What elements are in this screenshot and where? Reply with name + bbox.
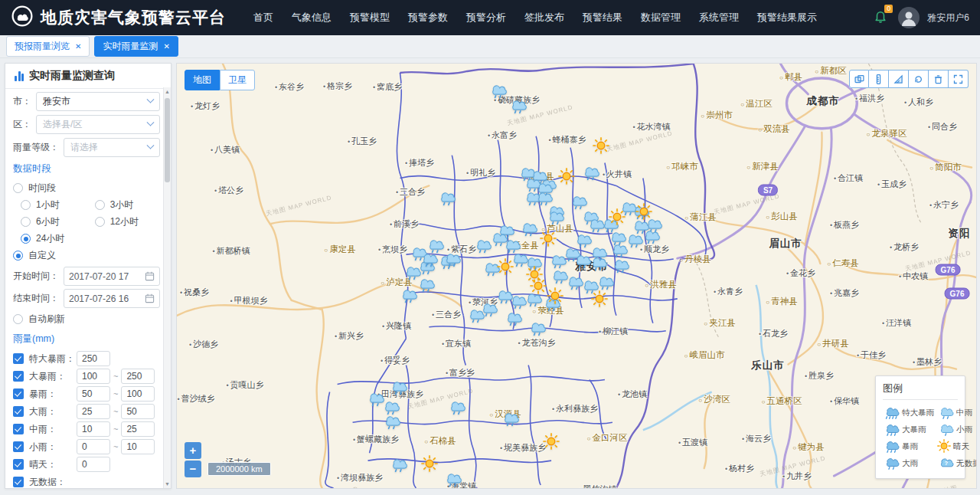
district-label: 区： (13, 118, 31, 131)
menu-item-预警参数[interactable]: 预警参数 (400, 6, 456, 29)
menu-item-预警结果[interactable]: 预警结果 (575, 6, 630, 29)
scroll-down-arrow[interactable]: ▼ (164, 481, 171, 487)
legend-title: 图例 (883, 382, 958, 400)
threshold-input-max[interactable]: 25 (121, 421, 155, 437)
radio-label: 3小时 (110, 198, 134, 211)
draw-polygon-icon[interactable] (849, 70, 869, 88)
menu-item-预警结果展示[interactable]: 预警结果展示 (750, 6, 825, 29)
nodata-icon: ? (937, 456, 954, 471)
menu-item-数据管理[interactable]: 数据管理 (633, 6, 688, 29)
city-select[interactable]: 雅安市 (36, 92, 160, 111)
map-type-toggle: 地图卫星 (185, 70, 255, 90)
legend-item-label: 暴雨 (902, 441, 918, 452)
tab-label: 实时雨量监测 (103, 40, 158, 53)
panel-scrollbar[interactable]: ▲ ▼ (163, 87, 171, 488)
scrollbar-thumb[interactable] (165, 98, 170, 182)
threshold-input-min[interactable]: 0 (77, 439, 110, 454)
threshold-input-min[interactable]: 100 (77, 369, 110, 384)
checkbox-特大暴雨[interactable] (13, 353, 24, 364)
radio-label: 自定义 (28, 249, 56, 262)
zoom-out-button[interactable]: − (185, 461, 201, 477)
city-select-value: 雅安市 (43, 95, 70, 108)
zoom-in-button[interactable]: + (185, 442, 201, 459)
checkbox-大暴雨[interactable] (13, 371, 24, 382)
legend-item-暴雨: 暴雨 (883, 438, 934, 455)
checkbox-晴天[interactable] (13, 459, 24, 470)
radio-自动刷新[interactable] (13, 314, 23, 324)
rain-row-label: 中雨： (29, 423, 77, 436)
threshold-input-min[interactable]: 250 (77, 351, 110, 366)
road-badge-S7: S7 (758, 185, 778, 196)
avatar[interactable] (898, 7, 920, 28)
menu-item-首页[interactable]: 首页 (246, 6, 281, 29)
rain-level-select[interactable]: 请选择 (64, 138, 160, 157)
threshold-input-min[interactable]: 50 (77, 386, 110, 402)
radio-自定义[interactable] (13, 251, 23, 261)
checkbox-无数据[interactable] (13, 477, 24, 487)
legend-item-label: 晴天 (953, 441, 969, 452)
legend-item-无数据: ?无数据 (937, 455, 977, 472)
end-time-input[interactable]: 2017-07-26 16 (64, 289, 160, 308)
threshold-input-max[interactable]: 100 (121, 386, 155, 402)
fullscreen-icon[interactable] (949, 70, 969, 88)
threshold-input-max[interactable]: 10 (121, 439, 155, 454)
rain-threshold-rows: 特大暴雨：250大暴雨：100~250暴雨：50~100大雨：25~50中雨：1… (13, 350, 160, 488)
legend-item-大暴雨: 大暴雨 (883, 421, 934, 438)
start-time-input[interactable]: 2017-07-20 17 (64, 267, 160, 286)
notifications-button[interactable]: 0 (871, 8, 890, 28)
radio-24小时[interactable] (21, 234, 31, 244)
menu-item-预警模型[interactable]: 预警模型 (342, 6, 397, 29)
menu-item-系统管理[interactable]: 系统管理 (691, 6, 746, 29)
road-badge-G76: G76 (945, 288, 970, 300)
tab-close-icon[interactable]: ✕ (75, 42, 81, 51)
radio-时间段[interactable] (13, 183, 23, 193)
map-type-卫星[interactable]: 卫星 (220, 70, 255, 90)
radio-1小时[interactable] (21, 200, 31, 210)
threshold-input-min[interactable]: 10 (77, 421, 110, 437)
map-area[interactable]: 天地图 MAP WORLD天地图 MAP WORLD天地图 MAP WORLD天… (176, 63, 977, 489)
radio-3小时[interactable] (95, 200, 105, 210)
map-scale: 2000000 km (207, 462, 271, 476)
district-select-placeholder: 选择县/区 (43, 118, 82, 131)
radio-label: 自动刷新 (28, 313, 65, 326)
tab-预报雨量浏览[interactable]: 预报雨量浏览✕ (6, 36, 90, 57)
rain3-icon (883, 422, 900, 438)
rain-row-大雨: 大雨：25~50 (13, 403, 160, 420)
legend-item-label: 无数据 (956, 458, 977, 469)
rain-row-晴天: 晴天：0 (13, 456, 160, 473)
rain-row-小雨: 小雨：0~10 (13, 438, 160, 455)
reset-rotation-icon[interactable] (909, 70, 929, 88)
district-select[interactable]: 选择县/区 (36, 115, 160, 134)
threshold-input-max[interactable]: 250 (121, 369, 155, 384)
map-base-layer (177, 64, 976, 488)
measure-distance-icon[interactable] (869, 70, 889, 88)
calendar-icon (145, 271, 155, 281)
road-badge-G76: G76 (936, 264, 961, 276)
threshold-input-min[interactable]: 0 (77, 457, 110, 472)
legend-item-特大暴雨: 特大暴雨 (883, 405, 934, 421)
user-name[interactable]: 雅安用户6 (927, 11, 969, 25)
rain-level-label: 雨量等级： (13, 141, 59, 154)
legend-item-label: 小雨 (956, 425, 972, 435)
checkbox-大雨[interactable] (13, 406, 24, 417)
rain-row-特大暴雨: 特大暴雨：250 (13, 350, 160, 367)
checkbox-小雨[interactable] (13, 441, 24, 452)
radio-6小时[interactable] (21, 217, 31, 227)
tab-实时雨量监测[interactable]: 实时雨量监测✕ (94, 36, 178, 57)
menu-item-气象信息[interactable]: 气象信息 (284, 6, 339, 29)
clear-icon[interactable] (929, 70, 949, 88)
measure-area-icon[interactable] (889, 70, 909, 88)
threshold-input-max[interactable]: 50 (121, 404, 155, 419)
radio-12小时[interactable] (95, 217, 105, 227)
tab-close-icon[interactable]: ✕ (163, 42, 169, 51)
checkbox-中雨[interactable] (13, 424, 24, 434)
menu-item-签批发布[interactable]: 签批发布 (517, 6, 572, 29)
scroll-up-arrow[interactable]: ▲ (164, 89, 171, 94)
map-type-地图[interactable]: 地图 (185, 70, 220, 90)
range-separator: ~ (113, 389, 118, 398)
rain-row-label: 晴天： (29, 458, 77, 471)
bar-chart-icon (15, 71, 24, 81)
threshold-input-min[interactable]: 25 (77, 404, 110, 419)
checkbox-暴雨[interactable] (13, 388, 24, 399)
menu-item-预警分析[interactable]: 预警分析 (459, 6, 514, 29)
